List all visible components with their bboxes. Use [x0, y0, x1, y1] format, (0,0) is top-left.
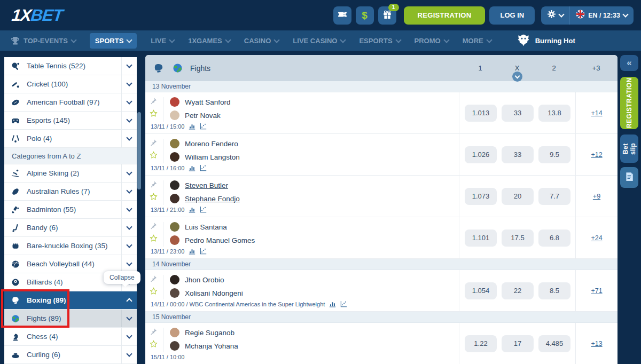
player1-name[interactable]: Luis Santana: [185, 223, 227, 231]
odds-button-1[interactable]: 1.026: [465, 146, 497, 163]
more-bets-link[interactable]: +71: [591, 287, 602, 295]
more-bets-link[interactable]: +24: [591, 234, 602, 242]
chevron-down-icon[interactable]: [121, 57, 137, 75]
player2-name[interactable]: Stephane Fondjo: [185, 195, 240, 203]
chevron-down-icon[interactable]: [121, 183, 137, 200]
favorite-star-icon[interactable]: [150, 193, 163, 201]
odds-button-x[interactable]: 33: [502, 146, 534, 163]
sidebar-item-australian-rules-7[interactable]: Australian Rules (7): [4, 183, 137, 201]
odds-button-2[interactable]: 9.5: [538, 146, 570, 163]
sidebar-item-beach-volleyball-44[interactable]: Beach Volleyball (44): [4, 255, 137, 273]
betslip-vertical-tab[interactable]: Bet slip: [620, 134, 638, 163]
trends-icon[interactable]: [200, 206, 207, 213]
chevron-down-icon[interactable]: [121, 201, 137, 218]
odds-button-1[interactable]: 1.054: [465, 282, 497, 299]
nav-item-promo[interactable]: PROMO: [415, 37, 449, 45]
odds-button-x[interactable]: 20: [502, 188, 534, 205]
chevron-up-icon[interactable]: [121, 291, 137, 309]
sidebar-item-curling-6[interactable]: Curling (6): [4, 346, 137, 364]
odds-button-x[interactable]: 17.5: [502, 230, 534, 247]
pin-icon[interactable]: [150, 328, 163, 335]
statistics-icon[interactable]: [189, 206, 196, 213]
gifts-button[interactable]: 1: [378, 6, 396, 25]
statistics-icon[interactable]: [329, 300, 336, 307]
payments-button[interactable]: $: [356, 6, 374, 25]
pin-icon[interactable]: [150, 222, 163, 230]
registration-button[interactable]: REGISTRATION: [404, 6, 486, 25]
bet-ticket-button[interactable]: [333, 6, 351, 25]
favorite-star-icon[interactable]: [150, 109, 163, 117]
nav-item-more[interactable]: MORE: [463, 37, 491, 45]
player2-name[interactable]: Pedro Manuel Gomes: [185, 236, 255, 244]
odds-button-x[interactable]: 22: [502, 282, 534, 299]
statistics-icon[interactable]: [189, 164, 196, 171]
nav-item-sports[interactable]: SPORTS: [90, 33, 137, 49]
pin-icon[interactable]: [150, 97, 163, 105]
logo-1xbet[interactable]: 1XBET: [11, 6, 64, 25]
sidebar-item-cricket-100[interactable]: Cricket (100): [4, 75, 137, 93]
more-bets-link[interactable]: +9: [593, 193, 600, 200]
chevron-down-icon[interactable]: [121, 328, 137, 345]
chevron-down-icon[interactable]: [121, 255, 137, 273]
pin-icon[interactable]: [150, 139, 163, 146]
player2-name[interactable]: William Langston: [185, 153, 240, 161]
sidebar-item-fights-89[interactable]: Fights (89): [4, 310, 137, 328]
login-button[interactable]: LOG IN: [489, 6, 535, 25]
sidebar-item-boxing-89[interactable]: Boxing (89): [4, 291, 137, 310]
sidebar-item-american-football-97[interactable]: American Football (97): [4, 93, 137, 112]
betslip-coupon-button[interactable]: [620, 167, 638, 188]
odds-button-2[interactable]: 8.5: [538, 282, 570, 299]
column-header-2[interactable]: 2: [538, 55, 570, 81]
statistics-icon[interactable]: [189, 248, 196, 255]
player2-name[interactable]: Xolisani Ndongeni: [185, 289, 243, 297]
player1-name[interactable]: Wyatt Sanford: [185, 98, 230, 106]
odds-button-1[interactable]: 1.22: [465, 335, 497, 352]
player1-name[interactable]: Moreno Fendero: [185, 140, 238, 148]
odds-button-1[interactable]: 1.101: [465, 230, 497, 247]
chevron-down-icon[interactable]: [121, 112, 137, 129]
odds-button-x[interactable]: 17: [502, 335, 534, 352]
chevron-down-icon[interactable]: [121, 75, 137, 93]
player1-name[interactable]: Regie Suganob: [185, 329, 234, 337]
chevron-down-icon[interactable]: [121, 346, 137, 363]
favorite-star-icon[interactable]: [150, 151, 163, 159]
nav-item-casino[interactable]: CASINO: [244, 37, 279, 45]
trends-icon[interactable]: [200, 248, 207, 255]
chevron-down-icon[interactable]: [121, 237, 137, 255]
column-header-1[interactable]: 1: [464, 55, 496, 81]
more-bets-link[interactable]: +13: [591, 340, 602, 347]
pin-icon[interactable]: [150, 275, 163, 282]
odds-button-2[interactable]: 4.485: [538, 335, 570, 352]
trends-icon[interactable]: [340, 300, 347, 307]
nav-item-live-casino[interactable]: LIVE CASINO: [293, 37, 345, 45]
sidebar-item-alpine-skiing-2[interactable]: Alpine Skiing (2): [4, 164, 137, 183]
sidebar-item-table-tennis-522[interactable]: Table Tennis (522): [4, 57, 137, 75]
sidebar-item-bare-knuckle-boxing-35[interactable]: Bare-knuckle Boxing (35): [4, 237, 137, 255]
more-bets-link[interactable]: +12: [591, 151, 602, 159]
column-header-more[interactable]: +3: [575, 55, 617, 81]
nav-promo-burning-hot[interactable]: Burning Hot: [517, 34, 575, 48]
sidebar-item-polo-4[interactable]: Polo (4): [4, 130, 137, 148]
statistics-icon[interactable]: [189, 123, 196, 130]
favorite-star-icon[interactable]: [150, 340, 163, 348]
sort-indicator-button[interactable]: [512, 72, 522, 82]
chevron-down-icon[interactable]: [121, 310, 137, 327]
odds-button-x[interactable]: 33: [502, 105, 534, 122]
favorite-star-icon[interactable]: [150, 287, 163, 295]
nav-item-live[interactable]: LIVE: [151, 37, 174, 45]
sidebar-item-bandy-6[interactable]: Bandy (6): [4, 219, 137, 237]
player2-name[interactable]: Petr Novak: [185, 112, 221, 120]
settings-menu[interactable]: [541, 6, 569, 25]
player1-name[interactable]: Jhon Orobio: [185, 276, 224, 284]
player2-name[interactable]: Mchanja Yohana: [185, 342, 238, 350]
registration-vertical-tab[interactable]: REGISTRATION: [620, 77, 638, 129]
more-bets-link[interactable]: +14: [591, 109, 602, 117]
collapse-rail-button[interactable]: «: [620, 55, 638, 71]
odds-button-1[interactable]: 1.013: [465, 105, 497, 122]
chevron-down-icon[interactable]: [121, 93, 137, 111]
nav-item-esports[interactable]: ESPORTS: [359, 37, 400, 45]
sidebar-item-esports-145[interactable]: Esports (145): [4, 112, 137, 130]
sidebar-item-chess-4[interactable]: Chess (4): [4, 328, 137, 346]
sidebar-item-badminton-55[interactable]: Badminton (55): [4, 201, 137, 219]
favorite-star-icon[interactable]: [150, 234, 163, 242]
